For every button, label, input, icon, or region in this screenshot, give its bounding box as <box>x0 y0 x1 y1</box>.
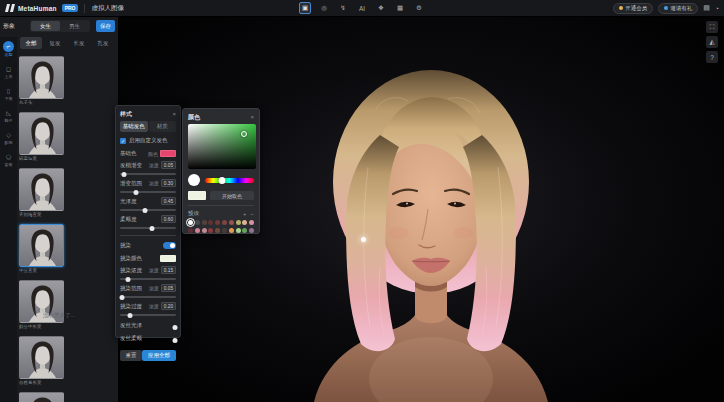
hairstyle-thumbnail[interactable]: 丸子头 <box>19 56 64 105</box>
eyedropper-button[interactable]: 开始取色 <box>210 191 254 200</box>
slider-track[interactable] <box>120 296 176 298</box>
palette-color-dot[interactable] <box>202 228 207 233</box>
toolbar-icon[interactable]: ↯ <box>337 2 349 14</box>
palette-color-dot[interactable] <box>229 220 234 225</box>
base-color-swatch[interactable] <box>160 150 176 157</box>
palette-color-dot[interactable] <box>229 228 234 233</box>
gender-option[interactable]: 男生 <box>60 21 89 31</box>
viewport-marker-dot[interactable] <box>361 237 366 242</box>
preset-palette <box>188 220 256 235</box>
rail-item[interactable]: ◇ 配饰 <box>0 126 17 147</box>
hairstyle-thumbnail[interactable]: 碎盖短发 <box>19 112 64 161</box>
apply-all-button[interactable]: 应用全部 <box>142 350 176 361</box>
slider-track[interactable] <box>154 327 176 329</box>
slider-value-input[interactable]: 0.30 <box>161 179 176 187</box>
category-tab[interactable]: 全部 <box>20 37 42 49</box>
highlight-toggle[interactable] <box>163 242 176 249</box>
slider-track[interactable] <box>120 191 176 193</box>
slider-handle[interactable] <box>143 208 148 213</box>
custom-color-checkbox-row[interactable]: ✓ 启用自定义发色 <box>120 137 176 144</box>
palette-color-dot[interactable] <box>215 220 220 225</box>
palette-color-dot[interactable] <box>249 220 254 225</box>
slider-track[interactable] <box>120 278 176 280</box>
toolbar-icon[interactable]: AI <box>356 2 368 14</box>
close-icon[interactable]: × <box>172 111 176 117</box>
reset-button[interactable]: 重置 <box>120 350 142 361</box>
hairstyle-thumbnail[interactable]: 中分直发 <box>19 224 64 273</box>
palette-color-dot[interactable] <box>215 228 220 233</box>
rail-item[interactable]: ◺ 鞋子 <box>0 104 17 125</box>
palette-color-dot[interactable] <box>195 220 200 225</box>
slider-handle[interactable] <box>122 172 127 177</box>
category-tab[interactable]: 扎发 <box>92 37 114 49</box>
gender-option[interactable]: 女生 <box>31 21 60 31</box>
slider-track[interactable] <box>120 227 176 229</box>
slider-track[interactable] <box>120 173 176 175</box>
toolbar-icon[interactable]: ▦ <box>394 2 406 14</box>
hairstyle-thumbnail[interactable]: 自然卷长发 <box>19 336 64 385</box>
palette-color-dot[interactable] <box>188 228 193 233</box>
palette-color-dot[interactable] <box>188 220 193 225</box>
slider-handle[interactable] <box>120 295 125 300</box>
close-icon[interactable]: × <box>250 114 254 120</box>
hairstyle-thumbnail[interactable]: 斜分中长发 <box>19 280 64 329</box>
category-tab[interactable]: 长发 <box>68 37 90 49</box>
slider-handle[interactable] <box>173 338 178 343</box>
palette-color-dot[interactable] <box>202 220 207 225</box>
add-preset-icon[interactable]: + <box>243 211 247 217</box>
slider-label: 发梢渐变 <box>120 162 142 169</box>
slider-value-input[interactable]: 0.05 <box>161 284 176 292</box>
palette-color-dot[interactable] <box>208 228 213 233</box>
palette-color-dot[interactable] <box>222 228 227 233</box>
hairstyle-thumbnail[interactable]: 齐刘海直发 <box>19 168 64 217</box>
palette-color-dot[interactable] <box>236 228 241 233</box>
viewport-tool-icon[interactable]: ⛶ <box>706 21 718 33</box>
slider-handle[interactable] <box>128 313 133 318</box>
palette-color-dot[interactable] <box>236 220 241 225</box>
palette-color-dot[interactable] <box>195 228 200 233</box>
sv-gradient[interactable] <box>188 124 256 169</box>
hue-slider[interactable] <box>205 178 254 183</box>
slider-track[interactable] <box>120 209 176 211</box>
slider-handle[interactable] <box>173 325 178 330</box>
slider-handle[interactable] <box>150 226 155 231</box>
sv-cursor[interactable] <box>241 131 247 137</box>
style-tab[interactable]: 材质 <box>149 121 177 132</box>
slider-handle[interactable] <box>126 277 131 282</box>
palette-color-dot[interactable] <box>222 220 227 225</box>
hairstyle-thumbnail[interactable]: 内扣中长发 <box>19 392 64 402</box>
toolbar-icon[interactable]: ❖ <box>375 2 387 14</box>
save-button[interactable]: 保存 <box>96 20 115 32</box>
slider-value-input[interactable]: 0.05 <box>161 161 176 169</box>
slider-value-input[interactable]: 0.15 <box>161 266 176 274</box>
slider-handle[interactable] <box>133 190 138 195</box>
topbar-icon[interactable]: ◔ <box>715 5 719 12</box>
rail-item[interactable]: ◻ 上衣 <box>0 60 17 81</box>
rail-item[interactable]: ▯ 下装 <box>0 82 17 103</box>
toolbar-icon[interactable]: ▣ <box>299 2 311 14</box>
viewport-tool-icon[interactable]: ◭ <box>706 36 718 48</box>
rail-item[interactable]: ⬠ 套装 <box>0 148 17 169</box>
remove-preset-icon[interactable]: − <box>250 211 254 217</box>
style-tab[interactable]: 基础发色 <box>120 121 148 132</box>
rail-item[interactable]: ✃ 发型 <box>0 38 17 59</box>
hue-handle[interactable] <box>219 177 226 184</box>
slider-value-input[interactable]: 0.45 <box>161 197 176 205</box>
viewport-tool-icon[interactable]: ? <box>706 51 718 63</box>
toolbar-icon[interactable]: ◎ <box>318 2 330 14</box>
highlight-color-swatch[interactable] <box>160 255 176 262</box>
slider-track[interactable] <box>120 314 176 316</box>
palette-color-dot[interactable] <box>242 220 247 225</box>
slider-track[interactable] <box>154 340 176 342</box>
topbar-icon[interactable]: ▤ <box>703 4 710 12</box>
slider-value-input[interactable]: 0.60 <box>161 215 176 223</box>
topbar-pill-button[interactable]: 邀请有礼 <box>658 3 698 14</box>
category-tab[interactable]: 短发 <box>44 37 66 49</box>
toolbar-icon[interactable]: ⚙ <box>413 2 425 14</box>
palette-color-dot[interactable] <box>242 228 247 233</box>
checkbox-icon[interactable]: ✓ <box>120 138 126 144</box>
palette-color-dot[interactable] <box>208 220 213 225</box>
topbar-pill-button[interactable]: 开通会员 <box>613 3 653 14</box>
palette-color-dot[interactable] <box>249 228 254 233</box>
slider-value-input[interactable]: 0.20 <box>161 302 176 310</box>
